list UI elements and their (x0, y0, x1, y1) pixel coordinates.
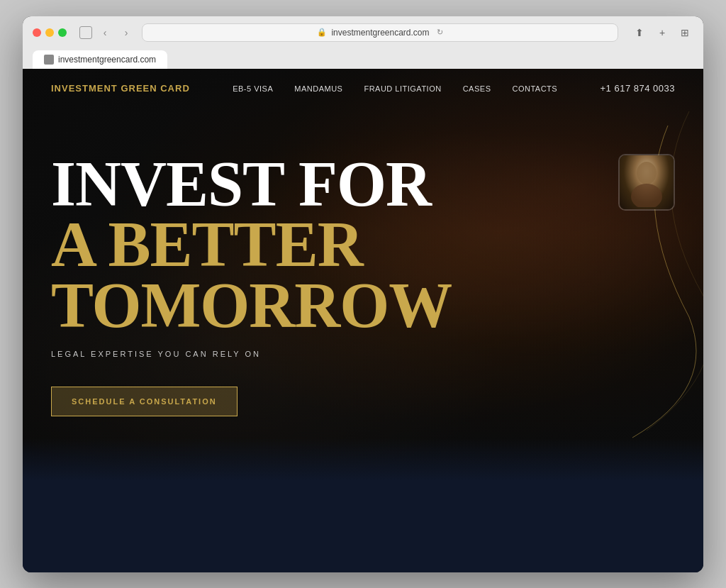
share-button[interactable]: ⬆ (631, 24, 648, 41)
portrait-thumbnail (618, 154, 675, 211)
browser-window: ‹ › 🔒 investmentgreencard.com ↻ ⬆ + ⊞ in… (23, 16, 703, 572)
active-tab[interactable]: investmentgreencard.com (33, 50, 167, 69)
new-tab-button[interactable]: + (654, 24, 671, 41)
browser-actions: ⬆ + ⊞ (631, 24, 693, 41)
hero-headline: INVEST FOR A BETTER TOMORROW (51, 154, 675, 336)
browser-tab-bar: investmentgreencard.com (33, 48, 693, 69)
nav-link-fraud[interactable]: FRAUD LITIGATION (364, 84, 441, 93)
navbar: INVESTMENT GREEN CARD EB-5 VISA MANDAMUS… (23, 69, 703, 109)
headline-line2: A BETTER TOMORROW (51, 214, 675, 335)
bottom-section (23, 480, 703, 572)
browser-chrome: ‹ › 🔒 investmentgreencard.com ↻ ⬆ + ⊞ in… (23, 16, 703, 69)
window-icon (79, 26, 92, 39)
hero-subtext: LEGAL EXPERTISE YOU CAN RELY ON (51, 350, 675, 358)
back-button[interactable]: ‹ (96, 24, 113, 41)
svg-point-1 (631, 184, 662, 207)
address-bar[interactable]: 🔒 investmentgreencard.com ↻ (142, 23, 618, 42)
nav-phone[interactable]: +1 617 874 0033 (601, 83, 675, 94)
nav-links: EB-5 VISA MANDAMUS FRAUD LITIGATION CASE… (233, 84, 557, 93)
grid-button[interactable]: ⊞ (676, 24, 693, 41)
hero-section: INVESTMENT GREEN CARD EB-5 VISA MANDAMUS… (23, 69, 703, 480)
nav-link-mandamus[interactable]: MANDAMUS (294, 84, 342, 93)
browser-controls: ‹ › (79, 24, 135, 41)
cta-button[interactable]: SCHEDULE A CONSULTATION (51, 387, 238, 416)
website-content: INVESTMENT GREEN CARD EB-5 VISA MANDAMUS… (23, 69, 703, 572)
svg-point-0 (637, 162, 657, 184)
traffic-lights (33, 28, 67, 37)
refresh-icon: ↻ (437, 28, 443, 37)
nav-link-eb5[interactable]: EB-5 VISA (233, 84, 273, 93)
maximize-button[interactable] (58, 28, 67, 37)
close-button[interactable] (33, 28, 41, 37)
hero-content: INVEST FOR A BETTER TOMORROW LEGAL EXPER… (23, 69, 703, 460)
browser-top-bar: ‹ › 🔒 investmentgreencard.com ↻ ⬆ + ⊞ (33, 23, 693, 42)
url-text: investmentgreencard.com (331, 28, 429, 38)
navbar-inner: INVESTMENT GREEN CARD EB-5 VISA MANDAMUS… (51, 83, 675, 95)
hero-bottom-fade (23, 438, 703, 480)
tab-label: investmentgreencard.com (58, 55, 156, 65)
nav-link-cases[interactable]: CASES (463, 84, 491, 93)
minimize-button[interactable] (45, 28, 54, 37)
headline-line1: INVEST FOR (51, 154, 675, 215)
nav-link-contacts[interactable]: CONTACTS (512, 84, 557, 93)
brand-logo[interactable]: INVESTMENT GREEN CARD (51, 83, 190, 95)
forward-button[interactable]: › (118, 24, 135, 41)
lock-icon: 🔒 (317, 28, 327, 37)
portrait-image (620, 155, 674, 209)
tab-favicon (44, 55, 54, 65)
